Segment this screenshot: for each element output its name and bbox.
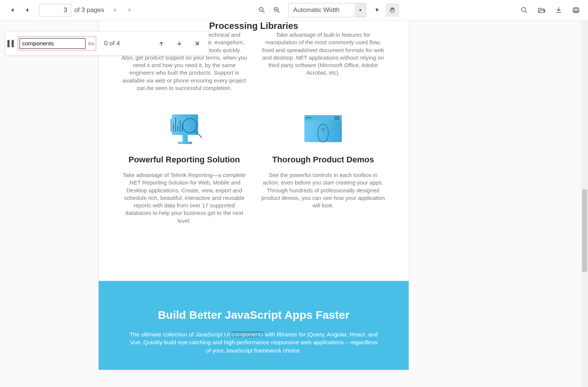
page-count-label: of 3 pages bbox=[74, 6, 104, 14]
pdf-toolbar: of 3 pages Automatic Width ▼ bbox=[0, 0, 588, 21]
find-prev-button[interactable] bbox=[159, 41, 168, 46]
zoom-in-button[interactable] bbox=[270, 3, 284, 17]
next-page-button[interactable] bbox=[108, 3, 122, 17]
open-file-button[interactable] bbox=[535, 3, 548, 17]
svg-line-8 bbox=[525, 11, 527, 13]
svg-rect-13 bbox=[182, 135, 188, 142]
pointer-icon bbox=[374, 7, 380, 13]
first-page-button[interactable] bbox=[5, 3, 19, 17]
svg-line-1 bbox=[263, 11, 265, 13]
svg-point-25 bbox=[307, 117, 308, 119]
feature-body-demos: See the powerful controls in each toolbo… bbox=[260, 171, 386, 209]
first-page-icon bbox=[9, 8, 15, 13]
feature-title-reporting: Powerful Reporting Solution bbox=[121, 155, 248, 165]
banner-title: Build Better JavaScript Apps Faster bbox=[129, 309, 379, 321]
vertical-scrollbar[interactable] bbox=[581, 21, 588, 387]
page-sheet: Processing Libraries Industry-leading, f… bbox=[99, 21, 409, 370]
scrollbar-thumb[interactable] bbox=[582, 189, 587, 272]
find-count-label: 0 of 4 bbox=[104, 40, 120, 47]
pointer-tool-button[interactable] bbox=[371, 3, 384, 17]
search-button[interactable] bbox=[517, 3, 531, 17]
folder-open-icon bbox=[538, 7, 545, 14]
hand-tool-button[interactable] bbox=[386, 3, 399, 17]
feature-body-reporting: Take advantage of Telerik Reporting—a co… bbox=[121, 171, 248, 225]
arrow-down-icon bbox=[177, 41, 182, 46]
last-page-button[interactable] bbox=[123, 3, 137, 17]
find-next-button[interactable] bbox=[177, 41, 186, 46]
svg-rect-14 bbox=[178, 142, 192, 144]
feature-body-processing: Take advantage of built-in features for … bbox=[260, 31, 386, 77]
print-button[interactable] bbox=[569, 3, 583, 17]
find-bar: ▌▌ Aa 0 of 4 bbox=[5, 31, 209, 56]
demos-illustration bbox=[260, 103, 386, 148]
feature-title-demos: Thorough Product Demos bbox=[260, 155, 386, 165]
banner-body: The ultimate collection of JavaScript UI… bbox=[129, 330, 379, 355]
promo-banner: Build Better JavaScript Apps Faster The … bbox=[99, 281, 409, 370]
zoom-in-icon bbox=[274, 7, 280, 14]
chevron-down-icon: ▼ bbox=[355, 3, 366, 17]
close-icon bbox=[195, 41, 200, 46]
svg-rect-27 bbox=[334, 117, 340, 118]
prev-page-button[interactable] bbox=[20, 3, 34, 17]
feature-heading-processing: Processing Libraries bbox=[99, 21, 409, 31]
svg-point-7 bbox=[522, 8, 526, 12]
download-icon bbox=[555, 7, 562, 14]
arrow-up-icon bbox=[159, 41, 164, 46]
download-button[interactable] bbox=[552, 3, 565, 17]
find-close-button[interactable] bbox=[195, 41, 205, 46]
svg-line-4 bbox=[278, 11, 280, 13]
last-page-icon bbox=[128, 8, 133, 13]
document-viewer: Processing Libraries Industry-leading, f… bbox=[0, 21, 588, 387]
drag-handle-icon[interactable]: ▌▌ bbox=[9, 40, 14, 47]
hand-icon bbox=[389, 7, 396, 14]
page-number-input[interactable] bbox=[39, 4, 71, 16]
next-page-icon bbox=[113, 8, 117, 12]
match-case-toggle[interactable]: Aa bbox=[88, 40, 94, 46]
search-icon bbox=[521, 7, 528, 14]
svg-rect-28 bbox=[334, 118, 340, 120]
print-icon bbox=[572, 7, 580, 14]
zoom-mode-label: Automatic Width bbox=[289, 3, 355, 17]
find-input[interactable] bbox=[20, 38, 86, 49]
search-highlight: components bbox=[232, 331, 263, 338]
zoom-mode-select[interactable]: Automatic Width ▼ bbox=[288, 3, 366, 17]
prev-page-icon bbox=[25, 8, 29, 12]
zoom-out-button[interactable] bbox=[255, 3, 269, 17]
reporting-illustration bbox=[121, 103, 248, 148]
zoom-out-icon bbox=[259, 7, 265, 14]
svg-point-26 bbox=[310, 117, 311, 119]
